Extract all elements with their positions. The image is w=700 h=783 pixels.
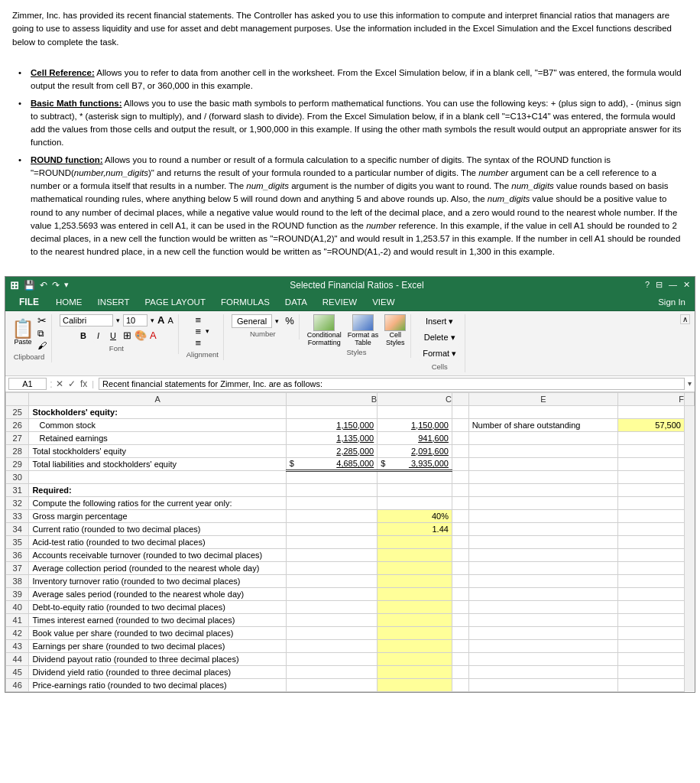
cell-c31[interactable] bbox=[378, 483, 452, 496]
align-top-icon[interactable]: ≡ bbox=[196, 314, 202, 326]
col-header-c[interactable]: C bbox=[378, 392, 452, 405]
align-mid-icon[interactable]: ≡ bbox=[196, 326, 202, 337]
cell-b29[interactable]: $4,685,000 bbox=[286, 457, 377, 470]
cell-a29[interactable]: Total liabilities and stockholders' equi… bbox=[29, 457, 286, 470]
menu-formulas[interactable]: FORMULAS bbox=[213, 294, 277, 310]
cell-styles-button[interactable]: CellStyles bbox=[384, 314, 406, 346]
cell-e38[interactable] bbox=[468, 574, 617, 587]
cell-c25[interactable] bbox=[378, 405, 452, 418]
italic-button[interactable]: I bbox=[93, 329, 103, 343]
font-size-input[interactable] bbox=[123, 314, 147, 327]
help-icon[interactable]: ? bbox=[645, 280, 650, 290]
cell-b42[interactable] bbox=[286, 626, 377, 639]
cell-f29[interactable] bbox=[618, 457, 685, 470]
sign-in[interactable]: Sign In bbox=[653, 296, 690, 308]
align-bottom-icon[interactable]: ≡ bbox=[196, 337, 202, 349]
cell-c43[interactable] bbox=[378, 639, 452, 652]
cell-f36[interactable] bbox=[618, 548, 685, 561]
cell-a27[interactable]: Retained earnings bbox=[29, 431, 286, 444]
cell-b37[interactable] bbox=[286, 561, 377, 574]
cell-f25[interactable] bbox=[618, 405, 685, 418]
cell-c36[interactable] bbox=[378, 548, 452, 561]
cell-b43[interactable] bbox=[286, 639, 377, 652]
format-painter-icon[interactable]: 🖌 bbox=[37, 340, 47, 351]
cell-c44[interactable] bbox=[378, 652, 452, 665]
cell-e25[interactable] bbox=[468, 405, 617, 418]
cell-b44[interactable] bbox=[286, 652, 377, 665]
cell-b38[interactable] bbox=[286, 574, 377, 587]
cell-f41[interactable] bbox=[618, 613, 685, 626]
decrease-font-icon[interactable]: A bbox=[167, 316, 173, 325]
paste-button[interactable]: 📋 Paste bbox=[11, 320, 34, 346]
col-header-d[interactable] bbox=[452, 392, 468, 405]
cell-a41[interactable]: Times interest earned (rounded to two de… bbox=[29, 613, 286, 626]
cell-a44[interactable]: Dividend payout ratio (rounded to three … bbox=[29, 652, 286, 665]
menu-file[interactable]: FILE bbox=[10, 294, 48, 310]
menu-data[interactable]: DATA bbox=[277, 294, 315, 310]
size-dropdown-icon[interactable]: ▾ bbox=[151, 317, 154, 324]
underline-button[interactable]: U bbox=[106, 329, 120, 343]
delete-cells-button[interactable]: Delete ▾ bbox=[419, 330, 460, 345]
titlebar-controls[interactable]: ? ⊟ — ✕ bbox=[645, 280, 690, 290]
cell-f37[interactable] bbox=[618, 561, 685, 574]
cell-a25[interactable]: Stockholders' equity: bbox=[29, 405, 286, 418]
font-name-input[interactable] bbox=[60, 314, 113, 327]
cell-f26[interactable]: 57,500 bbox=[618, 418, 685, 431]
cell-f45[interactable] bbox=[618, 665, 685, 678]
cell-c45[interactable] bbox=[378, 665, 452, 678]
cell-c46[interactable] bbox=[378, 678, 452, 691]
cell-c26[interactable]: 1,150,000 bbox=[378, 418, 452, 431]
cell-f39[interactable] bbox=[618, 587, 685, 600]
cell-c32[interactable] bbox=[378, 496, 452, 509]
cell-a33[interactable]: Gross margin percentage bbox=[29, 509, 286, 522]
cell-b34[interactable] bbox=[286, 522, 377, 535]
cell-b35[interactable] bbox=[286, 535, 377, 548]
cell-c28[interactable]: 2,091,600 bbox=[378, 444, 452, 457]
cell-e39[interactable] bbox=[468, 587, 617, 600]
alignment-dropdown-icon[interactable]: ▾ bbox=[206, 327, 209, 335]
cell-c33[interactable]: 40% bbox=[378, 509, 452, 522]
cell-a26[interactable]: Common stock bbox=[29, 418, 286, 431]
font-color-icon[interactable]: A bbox=[150, 330, 157, 341]
cell-reference-box[interactable]: A1 bbox=[8, 378, 47, 390]
cell-e27[interactable] bbox=[468, 431, 617, 444]
formula-input[interactable]: Recent financial statements for Zimmer, … bbox=[99, 378, 685, 390]
cell-c40[interactable] bbox=[378, 600, 452, 613]
cell-a46[interactable]: Price-earnings ratio (rounded to two dec… bbox=[29, 678, 286, 691]
cell-e30[interactable] bbox=[468, 470, 617, 483]
cell-a42[interactable]: Book value per share (rounded to two dec… bbox=[29, 626, 286, 639]
cell-b39[interactable] bbox=[286, 587, 377, 600]
cell-f44[interactable] bbox=[618, 652, 685, 665]
fx-icon[interactable]: fx bbox=[80, 379, 87, 389]
format-cells-button[interactable]: Format ▾ bbox=[419, 346, 460, 361]
cell-a37[interactable]: Average collection period (rounded to th… bbox=[29, 561, 286, 574]
cell-b41[interactable] bbox=[286, 613, 377, 626]
cell-b25[interactable] bbox=[286, 405, 377, 418]
cell-f32[interactable] bbox=[618, 496, 685, 509]
cell-f42[interactable] bbox=[618, 626, 685, 639]
col-header-a[interactable]: A bbox=[29, 392, 286, 405]
save-icon[interactable]: 💾 bbox=[24, 280, 35, 291]
fill-color-icon[interactable]: 🎨 bbox=[134, 330, 147, 341]
ribbon-collapse-icon[interactable]: ⊟ bbox=[656, 280, 663, 290]
minimize-icon[interactable]: — bbox=[669, 280, 677, 290]
cell-e36[interactable] bbox=[468, 548, 617, 561]
cell-c41[interactable] bbox=[378, 613, 452, 626]
cell-b32[interactable] bbox=[286, 496, 377, 509]
cell-e26[interactable]: Number of share outstanding bbox=[468, 418, 617, 431]
undo-icon[interactable]: ↶ bbox=[40, 280, 47, 291]
cell-e40[interactable] bbox=[468, 600, 617, 613]
cell-f40[interactable] bbox=[618, 600, 685, 613]
cell-e42[interactable] bbox=[468, 626, 617, 639]
cell-a39[interactable]: Average sales period (rounded to the nea… bbox=[29, 587, 286, 600]
menu-page-layout[interactable]: PAGE LAYOUT bbox=[137, 294, 212, 310]
cell-f33[interactable] bbox=[618, 509, 685, 522]
cell-a36[interactable]: Accounts receivable turnover (rounded to… bbox=[29, 548, 286, 561]
cell-e44[interactable] bbox=[468, 652, 617, 665]
cell-f28[interactable] bbox=[618, 444, 685, 457]
cell-c35[interactable] bbox=[378, 535, 452, 548]
cell-c30[interactable] bbox=[378, 470, 452, 483]
cell-b36[interactable] bbox=[286, 548, 377, 561]
cell-e46[interactable] bbox=[468, 678, 617, 691]
cell-e29[interactable] bbox=[468, 457, 617, 470]
